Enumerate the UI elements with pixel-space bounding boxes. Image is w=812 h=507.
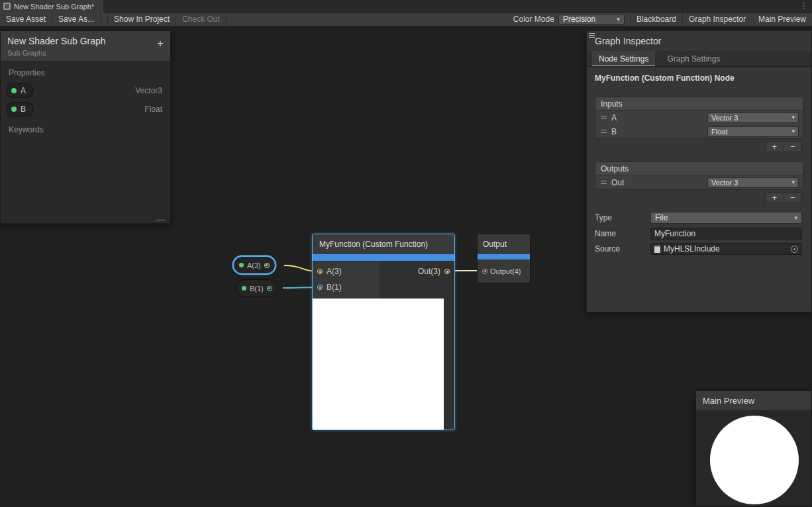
check-out-button: Check Out (176, 13, 227, 26)
property-row-b[interactable]: B Float (1, 100, 170, 118)
save-asset-button[interactable]: Save Asset (0, 13, 52, 26)
graph-inspector-header[interactable]: Graph Inspector (587, 31, 811, 51)
input-type-dropdown[interactable]: Float ▾ (707, 126, 799, 137)
blackboard-title: New Shader Sub Graph (7, 36, 164, 46)
node-title[interactable]: MyFunction (Custom Function) (313, 234, 454, 254)
node-ports: A(3) B(1) Out(3) (313, 261, 454, 299)
file-icon (654, 246, 660, 253)
node-title[interactable]: Output (478, 234, 530, 254)
input-name: B (611, 127, 617, 136)
object-picker-icon[interactable] (791, 246, 798, 253)
blackboard-subtitle: Sub Graphs (7, 49, 164, 57)
preview-sphere (710, 416, 799, 504)
blackboard-toggle-button[interactable]: Blackboard (630, 13, 682, 26)
property-name: A (21, 86, 26, 95)
source-object-field[interactable]: MyHLSLInclude (650, 243, 802, 255)
property-pill[interactable]: A (6, 83, 34, 98)
main-preview-header[interactable]: Main Preview (696, 391, 811, 411)
property-name: B (21, 105, 26, 114)
property-dot-icon (239, 263, 244, 267)
property-dot-icon (242, 286, 246, 291)
input-port-b[interactable]: B(1) (313, 279, 380, 295)
drag-handle-icon[interactable] (601, 130, 607, 133)
function-name-input[interactable] (650, 228, 802, 240)
selected-node-title: MyFunction (Custom Function) Node (595, 73, 735, 83)
source-label: Source (595, 244, 650, 254)
input-ports-column: A(3) B(1) (313, 261, 380, 299)
property-row-a[interactable]: A Vector3 (1, 81, 170, 100)
node-preview-image (313, 299, 444, 430)
port-label: B(1) (327, 283, 342, 292)
inspector-content: MyFunction (Custom Function) Node Inputs… (587, 67, 811, 312)
property-node-label: A(3) (247, 261, 261, 269)
remove-input-button[interactable]: − (784, 142, 802, 152)
tab-title: New Shader Sub Graph* (14, 3, 94, 11)
tab-node-settings[interactable]: Node Settings (592, 51, 655, 66)
property-type: Vector3 (135, 86, 162, 95)
node-accent-bar (478, 254, 530, 259)
input-row-b[interactable]: B Float ▾ (595, 124, 803, 138)
output-node[interactable]: Output Output(4) (477, 234, 531, 283)
graph-inspector-title: Graph Inspector (595, 36, 661, 46)
output-port-out[interactable]: Out(3) (380, 263, 454, 279)
blackboard-panel: New Shader Sub Graph Sub Graphs + Proper… (0, 30, 171, 224)
port-dot-vector3-icon[interactable] (444, 269, 450, 274)
property-node-label: B(1) (250, 285, 264, 293)
input-row-a[interactable]: A Vector 3 ▾ (595, 111, 803, 124)
input-port-a[interactable]: A(3) (313, 263, 380, 279)
node-preview-area (313, 299, 454, 430)
resize-handle[interactable] (156, 220, 165, 220)
drag-handle-icon[interactable] (601, 181, 607, 184)
outputs-list: Outputs Out Vector 3 ▾ (595, 161, 803, 190)
save-as-button[interactable]: Save As... (52, 13, 101, 26)
drag-handle-icon[interactable] (601, 116, 607, 119)
chevron-down-icon: ▾ (791, 115, 795, 120)
chevron-down-icon: ▾ (794, 215, 797, 221)
property-node-b[interactable]: B(1) (236, 279, 278, 297)
color-mode-dropdown[interactable]: Precision ▾ (558, 14, 625, 24)
main-preview-viewport[interactable] (696, 411, 811, 506)
show-in-project-button[interactable]: Show In Project (107, 13, 176, 26)
type-value: File (655, 213, 668, 222)
type-label: Type (595, 213, 650, 222)
port-label: A(3) (327, 267, 342, 276)
tab-bar: New Shader Sub Graph* ⋮ (0, 0, 812, 13)
inputs-list-header: Inputs (595, 97, 803, 111)
name-label: Name (595, 229, 650, 238)
kebab-menu-icon[interactable]: ⋮ (799, 1, 808, 11)
type-dropdown[interactable]: File ▾ (650, 212, 802, 224)
output-ports-column: Out(3) (380, 261, 454, 299)
output-type-dropdown[interactable]: Vector 3 ▾ (707, 177, 799, 188)
outputs-list-header: Outputs (595, 162, 803, 175)
input-type-dropdown[interactable]: Vector 3 ▾ (707, 113, 799, 123)
property-type: Float (144, 105, 162, 114)
port-dot-float-icon[interactable] (317, 285, 323, 290)
port-label: Out(3) (418, 267, 440, 276)
blackboard-header[interactable]: New Shader Sub Graph Sub Graphs + (1, 31, 170, 62)
keywords-section-label: Keywords (1, 118, 170, 138)
input-port-output[interactable]: Output(4) (478, 259, 530, 283)
property-dot-icon (11, 107, 17, 112)
port-dot-float-icon[interactable] (267, 286, 272, 291)
document-tab[interactable]: New Shader Sub Graph* (0, 0, 103, 13)
chevron-down-icon: ▾ (617, 17, 620, 23)
panel-menu-icon[interactable] (589, 33, 595, 38)
add-property-button[interactable]: + (157, 37, 164, 50)
type-field-row: Type File ▾ (595, 212, 802, 224)
property-pill[interactable]: B (6, 102, 34, 116)
remove-output-button[interactable]: − (784, 193, 802, 203)
input-name: A (611, 113, 617, 122)
output-row-out[interactable]: Out Vector 3 ▾ (595, 175, 803, 189)
custom-function-node[interactable]: MyFunction (Custom Function) A(3) B(1) O… (312, 234, 455, 430)
tab-graph-settings[interactable]: Graph Settings (660, 51, 727, 66)
inspector-tabs: Node Settings Graph Settings (587, 51, 811, 67)
add-output-button[interactable]: + (766, 193, 784, 203)
property-node-a[interactable]: A(3) (233, 256, 276, 274)
graph-inspector-toggle-button[interactable]: Graph Inspector (682, 13, 752, 26)
main-preview-toggle-button[interactable]: Main Preview (752, 13, 812, 26)
source-field-row: Source MyHLSLInclude (595, 243, 802, 255)
port-dot-vector4-icon[interactable] (482, 269, 487, 274)
add-input-button[interactable]: + (766, 142, 784, 152)
port-dot-vector3-icon[interactable] (264, 263, 270, 268)
port-dot-vector3-icon[interactable] (317, 269, 323, 274)
